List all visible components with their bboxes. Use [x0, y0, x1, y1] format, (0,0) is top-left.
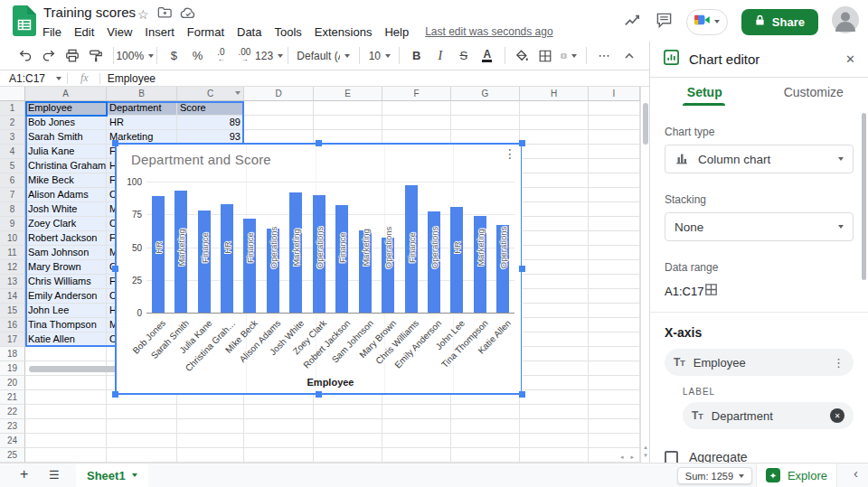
- formula-input[interactable]: Employee: [108, 72, 156, 85]
- fill-color-button[interactable]: [511, 45, 533, 67]
- overflow-menu-icon[interactable]: ⋮: [833, 356, 844, 370]
- star-icon[interactable]: ☆: [137, 7, 149, 22]
- grid-cell[interactable]: [107, 405, 177, 419]
- chart-type-select[interactable]: Column chart: [665, 145, 854, 173]
- grid-cell[interactable]: [314, 101, 382, 116]
- grid-cell[interactable]: [520, 275, 589, 289]
- row-header-20[interactable]: 20: [0, 376, 25, 390]
- grid-cell[interactable]: Emily Anderson: [25, 289, 107, 304]
- sheet-tab[interactable]: Sheet1: [76, 464, 148, 487]
- stacking-select[interactable]: None: [665, 212, 854, 241]
- embedded-chart[interactable]: Department and Score ⋮ 0255075100HRMarke…: [115, 143, 523, 395]
- grid-cell[interactable]: [589, 304, 640, 318]
- grid-cell[interactable]: [382, 419, 451, 434]
- chart-resize-handle[interactable]: [519, 391, 525, 398]
- chart-resize-handle[interactable]: [112, 266, 118, 272]
- grid-cell[interactable]: Katie Allen: [25, 332, 107, 347]
- row-header-24[interactable]: 24: [0, 434, 25, 448]
- row-header-10[interactable]: 10: [0, 231, 25, 246]
- grid-cell[interactable]: Sam Johnson: [25, 246, 107, 260]
- grid-cell[interactable]: [314, 434, 382, 448]
- grid-cell[interactable]: [107, 419, 177, 434]
- grid-cell[interactable]: [25, 347, 107, 361]
- grid-cell[interactable]: [589, 419, 640, 434]
- chart-resize-handle[interactable]: [112, 140, 118, 146]
- aggregate-checkbox[interactable]: [665, 451, 678, 464]
- grid-cell[interactable]: Mike Beck: [25, 173, 107, 188]
- borders-button[interactable]: [534, 45, 556, 67]
- grid-cell[interactable]: [589, 246, 640, 260]
- select-all-corner[interactable]: [0, 87, 25, 101]
- row-header-14[interactable]: 14: [0, 289, 25, 304]
- grid-cell[interactable]: [520, 376, 589, 390]
- grid-cell[interactable]: [589, 289, 640, 304]
- grid-cell[interactable]: [177, 434, 244, 448]
- grid-cell[interactable]: [589, 101, 640, 116]
- grid-cell[interactable]: [451, 434, 520, 448]
- grid-cell[interactable]: [382, 116, 451, 130]
- grid-cell[interactable]: [520, 130, 589, 145]
- grid-cell[interactable]: [244, 405, 314, 419]
- grid-cell[interactable]: [520, 347, 589, 361]
- explore-button[interactable]: ✦ Explore: [756, 464, 837, 487]
- grid-cell[interactable]: [520, 188, 589, 202]
- grid-cell[interactable]: [520, 246, 589, 260]
- grid-cell[interactable]: [520, 318, 589, 332]
- column-header-D[interactable]: D: [244, 87, 314, 101]
- grid-cell[interactable]: HR: [107, 116, 177, 130]
- grid-cell[interactable]: [589, 231, 640, 246]
- row-header-5[interactable]: 5: [0, 159, 25, 173]
- grid-cell[interactable]: [107, 448, 177, 463]
- text-color-button[interactable]: A: [476, 45, 498, 67]
- grid-cell[interactable]: [244, 448, 314, 463]
- document-title[interactable]: Training scores: [43, 5, 136, 20]
- grid-cell[interactable]: [177, 448, 244, 463]
- grid-cell[interactable]: [589, 318, 640, 332]
- sum-badge[interactable]: Sum: 1259: [677, 467, 752, 484]
- grid-cell[interactable]: [589, 202, 640, 217]
- chart-resize-handle[interactable]: [519, 266, 525, 272]
- menu-insert[interactable]: Insert: [145, 25, 175, 39]
- grid-cell[interactable]: [520, 145, 589, 159]
- row-header-2[interactable]: 2: [0, 116, 25, 130]
- grid-cell[interactable]: [520, 419, 589, 434]
- grid-cell[interactable]: [244, 419, 314, 434]
- row-header-9[interactable]: 9: [0, 217, 25, 231]
- collapse-panel-icon[interactable]: ‹: [854, 465, 858, 481]
- row-header-7[interactable]: 7: [0, 188, 25, 202]
- avatar[interactable]: [832, 6, 859, 37]
- grid-cell[interactable]: Sarah Smith: [25, 130, 107, 145]
- grid-cell[interactable]: [520, 116, 589, 130]
- merge-cells-button[interactable]: [558, 45, 580, 67]
- row-header-3[interactable]: 3: [0, 130, 25, 145]
- row-header-23[interactable]: 23: [0, 419, 25, 434]
- redo-button[interactable]: [38, 45, 60, 67]
- grid-cell[interactable]: [589, 260, 640, 275]
- grid-cell[interactable]: [589, 332, 640, 347]
- grid-cell[interactable]: [520, 231, 589, 246]
- tab-customize[interactable]: Customize: [760, 78, 868, 106]
- share-button[interactable]: Share: [741, 9, 818, 35]
- column-header-E[interactable]: E: [314, 87, 382, 101]
- cloud-saved-icon[interactable]: [180, 6, 196, 23]
- grid-cell[interactable]: [520, 405, 589, 419]
- grid-cell[interactable]: [520, 448, 589, 463]
- column-header-G[interactable]: G: [451, 87, 520, 101]
- row-header-18[interactable]: 18: [0, 347, 25, 361]
- label-field[interactable]: TT Department ✕: [683, 402, 854, 429]
- grid-cell[interactable]: [520, 101, 589, 116]
- grid-cell[interactable]: [382, 434, 451, 448]
- grid-cell[interactable]: [589, 217, 640, 231]
- menu-view[interactable]: View: [107, 25, 132, 39]
- strikethrough-button[interactable]: S: [453, 45, 475, 67]
- panel-scrollbar[interactable]: [862, 113, 866, 280]
- grid-cell[interactable]: Chris Williams: [25, 275, 107, 289]
- grid-cell[interactable]: Robert Jackson: [25, 231, 107, 246]
- grid-cell[interactable]: [589, 405, 640, 419]
- column-header-I[interactable]: I: [589, 87, 640, 101]
- vertical-scrollbar[interactable]: [643, 103, 648, 145]
- column-header-C[interactable]: C: [177, 87, 244, 101]
- format-currency-button[interactable]: $: [163, 45, 184, 67]
- row-header-16[interactable]: 16: [0, 318, 25, 332]
- chart-resize-handle[interactable]: [519, 140, 525, 146]
